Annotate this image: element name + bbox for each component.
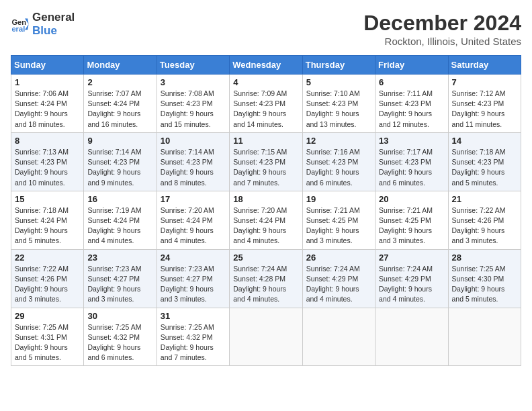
calendar-cell: 13 Sunrise: 7:17 AM Sunset: 4:23 PM Dayl… <box>375 132 448 191</box>
calendar-cell: 12 Sunrise: 7:16 AM Sunset: 4:23 PM Dayl… <box>302 132 375 191</box>
logo-line1: General <box>32 11 75 24</box>
calendar-cell: 11 Sunrise: 7:15 AM Sunset: 4:23 PM Dayl… <box>230 132 302 191</box>
calendar-cell <box>302 308 375 366</box>
calendar-cell: 22 Sunrise: 7:22 AM Sunset: 4:26 PM Dayl… <box>11 249 84 308</box>
calendar-cell <box>448 308 521 366</box>
day-number: 14 <box>452 136 517 146</box>
day-info: Sunrise: 7:24 AM Sunset: 4:29 PM Dayligh… <box>379 264 444 305</box>
day-number: 26 <box>306 253 371 263</box>
calendar-cell: 15 Sunrise: 7:18 AM Sunset: 4:24 PM Dayl… <box>11 191 84 249</box>
calendar-week-5: 29 Sunrise: 7:25 AM Sunset: 4:31 PM Dayl… <box>11 308 521 366</box>
location-title: Rockton, Illinois, United States <box>363 36 521 47</box>
day-info: Sunrise: 7:25 AM Sunset: 4:31 PM Dayligh… <box>15 322 80 363</box>
day-info: Sunrise: 7:06 AM Sunset: 4:24 PM Dayligh… <box>15 89 80 130</box>
day-number: 1 <box>15 77 80 87</box>
calendar-cell: 29 Sunrise: 7:25 AM Sunset: 4:31 PM Dayl… <box>11 308 84 366</box>
day-info: Sunrise: 7:20 AM Sunset: 4:24 PM Dayligh… <box>233 205 298 246</box>
day-number: 27 <box>379 253 444 263</box>
calendar-cell: 4 Sunrise: 7:09 AM Sunset: 4:23 PM Dayli… <box>230 75 302 133</box>
day-info: Sunrise: 7:10 AM Sunset: 4:23 PM Dayligh… <box>306 89 371 130</box>
day-number: 10 <box>161 136 226 146</box>
calendar-cell: 10 Sunrise: 7:14 AM Sunset: 4:23 PM Dayl… <box>157 132 229 191</box>
calendar-cell: 31 Sunrise: 7:25 AM Sunset: 4:32 PM Dayl… <box>157 308 229 366</box>
calendar-header-row: SundayMondayTuesdayWednesdayThursdayFrid… <box>11 56 521 75</box>
header-friday: Friday <box>375 56 448 75</box>
day-number: 15 <box>15 194 80 204</box>
logo-line2: Blue <box>32 24 75 38</box>
calendar-cell: 28 Sunrise: 7:25 AM Sunset: 4:30 PM Dayl… <box>448 249 521 308</box>
day-info: Sunrise: 7:17 AM Sunset: 4:23 PM Dayligh… <box>379 147 444 188</box>
day-info: Sunrise: 7:25 AM Sunset: 4:32 PM Dayligh… <box>87 322 152 363</box>
day-number: 5 <box>306 77 371 87</box>
day-number: 19 <box>306 194 371 204</box>
day-number: 11 <box>233 136 298 146</box>
day-info: Sunrise: 7:13 AM Sunset: 4:23 PM Dayligh… <box>15 147 80 188</box>
day-number: 7 <box>452 77 517 87</box>
day-number: 23 <box>87 253 152 263</box>
calendar-week-1: 1 Sunrise: 7:06 AM Sunset: 4:24 PM Dayli… <box>11 75 521 133</box>
day-number: 9 <box>87 136 152 146</box>
calendar-cell: 18 Sunrise: 7:20 AM Sunset: 4:24 PM Dayl… <box>230 191 302 249</box>
day-info: Sunrise: 7:23 AM Sunset: 4:27 PM Dayligh… <box>161 264 226 305</box>
calendar-cell: 27 Sunrise: 7:24 AM Sunset: 4:29 PM Dayl… <box>375 249 448 308</box>
calendar-cell: 24 Sunrise: 7:23 AM Sunset: 4:27 PM Dayl… <box>157 249 229 308</box>
calendar-cell: 21 Sunrise: 7:22 AM Sunset: 4:26 PM Dayl… <box>448 191 521 249</box>
day-info: Sunrise: 7:24 AM Sunset: 4:29 PM Dayligh… <box>306 264 371 305</box>
day-info: Sunrise: 7:21 AM Sunset: 4:25 PM Dayligh… <box>306 205 371 246</box>
calendar-cell: 7 Sunrise: 7:12 AM Sunset: 4:23 PM Dayli… <box>448 75 521 133</box>
calendar-week-3: 15 Sunrise: 7:18 AM Sunset: 4:24 PM Dayl… <box>11 191 521 249</box>
day-number: 18 <box>233 194 298 204</box>
day-info: Sunrise: 7:18 AM Sunset: 4:24 PM Dayligh… <box>15 205 80 246</box>
day-number: 13 <box>379 136 444 146</box>
calendar-cell: 6 Sunrise: 7:11 AM Sunset: 4:23 PM Dayli… <box>375 75 448 133</box>
day-number: 17 <box>161 194 226 204</box>
day-number: 29 <box>15 311 80 321</box>
calendar-table: SundayMondayTuesdayWednesdayThursdayFrid… <box>11 55 521 366</box>
calendar-cell: 30 Sunrise: 7:25 AM Sunset: 4:32 PM Dayl… <box>84 308 157 366</box>
day-info: Sunrise: 7:20 AM Sunset: 4:24 PM Dayligh… <box>161 205 226 246</box>
day-number: 30 <box>87 311 152 321</box>
day-number: 2 <box>87 77 152 87</box>
calendar-cell: 9 Sunrise: 7:14 AM Sunset: 4:23 PM Dayli… <box>84 132 157 191</box>
calendar-cell: 14 Sunrise: 7:18 AM Sunset: 4:23 PM Dayl… <box>448 132 521 191</box>
calendar-cell: 26 Sunrise: 7:24 AM Sunset: 4:29 PM Dayl… <box>302 249 375 308</box>
header-saturday: Saturday <box>448 56 521 75</box>
day-info: Sunrise: 7:16 AM Sunset: 4:23 PM Dayligh… <box>306 147 371 188</box>
calendar-cell: 19 Sunrise: 7:21 AM Sunset: 4:25 PM Dayl… <box>302 191 375 249</box>
day-number: 28 <box>452 253 517 263</box>
day-info: Sunrise: 7:19 AM Sunset: 4:24 PM Dayligh… <box>87 205 152 246</box>
calendar-cell <box>230 308 302 366</box>
calendar-week-4: 22 Sunrise: 7:22 AM Sunset: 4:26 PM Dayl… <box>11 249 521 308</box>
calendar-cell: 5 Sunrise: 7:10 AM Sunset: 4:23 PM Dayli… <box>302 75 375 133</box>
calendar-cell: 20 Sunrise: 7:21 AM Sunset: 4:25 PM Dayl… <box>375 191 448 249</box>
header-thursday: Thursday <box>302 56 375 75</box>
day-info: Sunrise: 7:14 AM Sunset: 4:23 PM Dayligh… <box>161 147 226 188</box>
header-wednesday: Wednesday <box>230 56 302 75</box>
day-info: Sunrise: 7:25 AM Sunset: 4:30 PM Dayligh… <box>452 264 517 305</box>
header-tuesday: Tuesday <box>157 56 229 75</box>
calendar-cell: 17 Sunrise: 7:20 AM Sunset: 4:24 PM Dayl… <box>157 191 229 249</box>
day-number: 16 <box>87 194 152 204</box>
calendar-cell: 3 Sunrise: 7:08 AM Sunset: 4:23 PM Dayli… <box>157 75 229 133</box>
day-number: 12 <box>306 136 371 146</box>
calendar-cell: 2 Sunrise: 7:07 AM Sunset: 4:24 PM Dayli… <box>84 75 157 133</box>
calendar-cell: 8 Sunrise: 7:13 AM Sunset: 4:23 PM Dayli… <box>11 132 84 191</box>
calendar-cell: 1 Sunrise: 7:06 AM Sunset: 4:24 PM Dayli… <box>11 75 84 133</box>
day-info: Sunrise: 7:14 AM Sunset: 4:23 PM Dayligh… <box>87 147 152 188</box>
day-number: 21 <box>452 194 517 204</box>
day-number: 8 <box>15 136 80 146</box>
calendar-cell <box>375 308 448 366</box>
month-title: December 2024 <box>363 11 521 36</box>
logo-icon: Gen eral <box>11 15 30 34</box>
logo: Gen eral General Blue <box>11 11 75 38</box>
day-info: Sunrise: 7:24 AM Sunset: 4:28 PM Dayligh… <box>233 264 298 305</box>
day-info: Sunrise: 7:12 AM Sunset: 4:23 PM Dayligh… <box>452 89 517 130</box>
day-number: 31 <box>161 311 226 321</box>
svg-text:eral: eral <box>11 26 25 34</box>
day-info: Sunrise: 7:11 AM Sunset: 4:23 PM Dayligh… <box>379 89 444 130</box>
page-header: Gen eral General Blue December 2024 Rock… <box>11 11 521 47</box>
day-info: Sunrise: 7:22 AM Sunset: 4:26 PM Dayligh… <box>452 205 517 246</box>
day-number: 20 <box>379 194 444 204</box>
day-number: 25 <box>233 253 298 263</box>
day-info: Sunrise: 7:21 AM Sunset: 4:25 PM Dayligh… <box>379 205 444 246</box>
